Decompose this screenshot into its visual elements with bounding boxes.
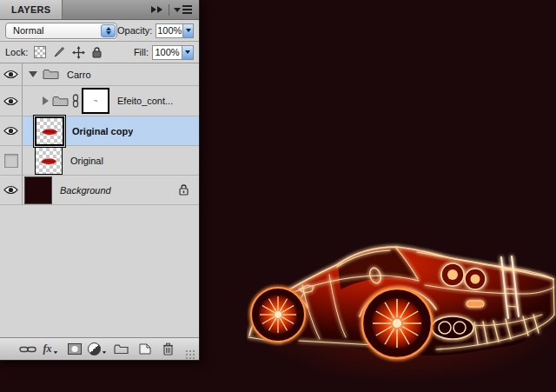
group-expand-icon[interactable] <box>43 96 49 105</box>
panel-resize-grip[interactable] <box>184 349 195 360</box>
new-group-button[interactable] <box>109 340 133 359</box>
layer-thumbnail[interactable] <box>24 176 52 204</box>
trash-icon <box>162 342 174 355</box>
layer-name: Background <box>60 185 111 196</box>
thumbnail-car-icon <box>39 126 60 136</box>
opacity-input[interactable]: 100% <box>156 23 183 38</box>
layer-row-background[interactable]: Background <box>0 176 199 205</box>
visibility-toggle[interactable] <box>0 86 23 116</box>
new-adjustment-layer-button[interactable] <box>86 340 109 359</box>
eye-icon <box>3 70 18 79</box>
add-layer-mask-button[interactable] <box>63 340 86 359</box>
blend-mode-select[interactable]: Normal <box>5 23 117 39</box>
fill-dropdown-icon[interactable] <box>182 45 194 60</box>
lock-all-icon[interactable] <box>92 47 102 58</box>
visibility-toggle[interactable] <box>0 146 23 176</box>
layers-tab-label: LAYERS <box>11 4 50 15</box>
adjustment-layer-icon <box>88 342 101 355</box>
lock-position-icon[interactable] <box>72 46 85 59</box>
layer-row-efeito[interactable]: ~ Efeito_cont... <box>0 86 199 116</box>
fill-input[interactable]: 100% <box>152 45 182 60</box>
thumbnail-car-icon <box>38 156 59 166</box>
layer-name: Carro <box>67 70 91 80</box>
glowing-car-artwork <box>247 240 556 392</box>
layer-locked-icon <box>179 184 189 196</box>
visibility-toggle[interactable] <box>0 63 23 86</box>
folder-icon <box>43 69 59 80</box>
panel-menu-icon[interactable] <box>172 0 199 19</box>
panel-tab-bar: LAYERS <box>0 0 199 20</box>
layer-name: Original copy <box>72 126 133 136</box>
new-group-icon <box>114 344 129 355</box>
fill-label: Fill: <box>134 47 149 57</box>
opacity-label: Opacity: <box>117 25 152 36</box>
group-expand-icon[interactable] <box>29 71 37 77</box>
visibility-toggle[interactable] <box>0 116 23 146</box>
layers-panel: LAYERS Normal Opacity: 100% Lock: <box>0 0 200 361</box>
visibility-toggle[interactable] <box>0 176 23 205</box>
collapse-panel-icon[interactable] <box>148 0 166 19</box>
lock-options-row: Lock: Fill: 100% <box>0 42 199 63</box>
mask-link-icon[interactable] <box>72 94 79 108</box>
tabbar-separator <box>169 4 169 16</box>
eye-icon <box>3 185 18 195</box>
layer-row-original[interactable]: Original <box>0 146 199 176</box>
layer-list-empty-area <box>0 205 199 337</box>
blend-mode-value: Normal <box>13 25 43 36</box>
photoshop-workspace: LAYERS Normal Opacity: 100% Lock: <box>0 0 556 392</box>
delete-layer-button[interactable] <box>156 340 180 359</box>
eye-icon <box>3 96 18 106</box>
layer-mask-thumbnail[interactable]: ~ <box>82 88 109 114</box>
new-layer-button[interactable] <box>133 340 156 359</box>
folder-icon <box>52 96 69 107</box>
layer-thumbnail[interactable] <box>35 116 64 146</box>
layer-row-carro[interactable]: Carro <box>0 63 199 86</box>
lock-pixels-icon[interactable] <box>53 46 65 58</box>
eye-icon <box>3 126 18 136</box>
layer-list: Carro <box>0 63 199 337</box>
link-icon <box>19 345 36 354</box>
panel-bottom-toolbar: fx <box>0 337 199 360</box>
tab-layers[interactable]: LAYERS <box>0 0 63 19</box>
blend-mode-stepper-icon <box>101 24 116 37</box>
lock-transparency-icon[interactable] <box>34 46 46 58</box>
blend-options-row: Normal Opacity: 100% <box>0 20 199 42</box>
new-layer-icon <box>139 343 151 355</box>
layer-mask-icon <box>68 343 82 355</box>
layer-style-button[interactable]: fx <box>39 340 63 359</box>
layer-name: Original <box>70 156 103 166</box>
link-layers-button[interactable] <box>16 340 39 359</box>
fx-icon: fx <box>43 342 52 355</box>
layer-name: Efeito_cont... <box>117 96 173 106</box>
layer-row-original-copy[interactable]: Original copy <box>0 116 199 146</box>
eye-off-icon <box>4 154 18 168</box>
layer-thumbnail[interactable] <box>35 147 63 175</box>
opacity-dropdown-icon[interactable] <box>183 23 194 38</box>
lock-label: Lock: <box>5 47 28 57</box>
